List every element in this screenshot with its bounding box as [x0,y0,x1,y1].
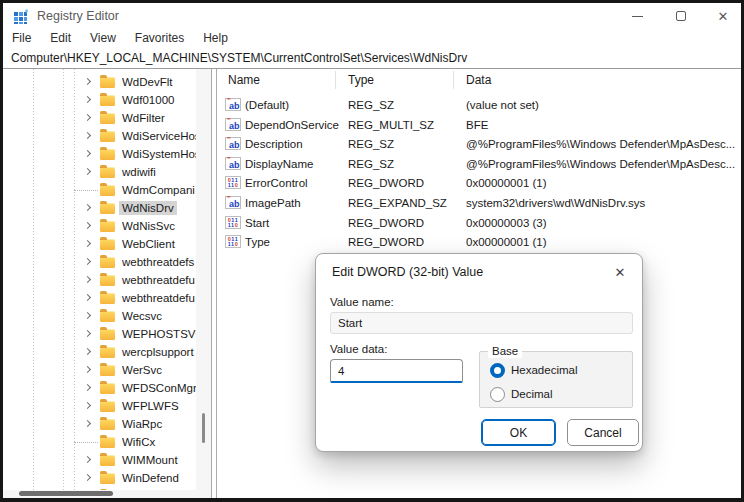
dword-value-icon: 011110 [225,216,241,229]
column-separator[interactable] [453,71,454,89]
tree-item-label: WdDevFlt [119,75,175,89]
folder-icon [100,365,115,376]
value-row-displayname[interactable]: ””abDisplayNameREG_SZ@%ProgramFiles%\Win… [218,155,741,174]
tree-item-webthreatdefu[interactable]: webthreatdefu [3,289,196,307]
tree-item-wecsvc[interactable]: Wecsvc [3,307,196,325]
value-data-cell: (value not set) [466,98,739,113]
tree-item-wdnisdrv[interactable]: WdNisDrv [3,199,196,217]
folder-icon [100,347,115,358]
value-data-field[interactable] [330,359,463,383]
expand-chevron-icon[interactable] [84,294,91,301]
column-header-type[interactable]: Type [348,69,374,91]
value-row-dependonservice[interactable]: ””abDependOnServiceREG_MULTI_SZBFE [218,116,741,135]
folder-icon [100,203,115,214]
expand-chevron-icon[interactable] [84,348,91,355]
tree-item-webclient[interactable]: WebClient [3,235,196,253]
value-name-cell: ErrorControl [245,176,345,191]
ok-button[interactable]: OK [481,419,556,446]
tree-item-wimmount[interactable]: WIMMount [3,451,196,469]
menu-item-view[interactable]: View [84,29,122,48]
tree-item-wdfilter[interactable]: WdFilter [3,109,196,127]
expand-chevron-icon[interactable] [84,240,91,247]
value-type-cell: REG_EXPAND_SZ [348,196,463,211]
expand-chevron-icon[interactable] [84,96,91,103]
menu-item-help[interactable]: Help [197,29,234,48]
expand-chevron-icon[interactable] [84,132,91,139]
tree-item-wdisystemhos[interactable]: WdiSystemHos [3,145,196,163]
expand-chevron-icon[interactable] [84,78,91,85]
tree-item-wercplsupport[interactable]: wercplsupport [3,343,196,361]
radio-button-icon[interactable] [490,387,505,402]
expand-chevron-icon[interactable] [84,276,91,283]
tree-item-wdiwifi[interactable]: wdiwifi [3,163,196,181]
value-type-cell: REG_DWORD [348,176,463,191]
expand-chevron-icon[interactable] [84,168,91,175]
column-header-name[interactable]: Name [228,69,260,91]
tree-item-wificx[interactable]: WifiCx [3,433,196,451]
menu-item-file[interactable]: File [6,29,37,48]
cancel-button[interactable]: Cancel [567,419,639,446]
expand-chevron-icon[interactable] [84,204,91,211]
expand-chevron-icon[interactable] [84,402,91,409]
expand-chevron-icon[interactable] [84,420,91,427]
menu-item-favorites[interactable]: Favorites [129,29,190,48]
expand-chevron-icon[interactable] [84,222,91,229]
maximize-button[interactable] [665,3,697,29]
expand-chevron-icon[interactable] [84,258,91,265]
tree-item-wersvc[interactable]: WerSvc [3,361,196,379]
column-header-data[interactable]: Data [466,69,491,91]
tree-item-wfdsconmgr[interactable]: WFDSConMgr [3,379,196,397]
value-row-errorcontrol[interactable]: 011110ErrorControlREG_DWORD0x00000001 (1… [218,174,741,193]
expand-chevron-icon[interactable] [84,312,91,319]
tree-item-wdmcompani[interactable]: WdmCompani [3,181,196,199]
maximize-icon [676,11,686,21]
expand-chevron-icon[interactable] [84,114,91,121]
tree-item-wdnissvc[interactable]: WdNisSvc [3,217,196,235]
tree-item-wdiservicehos[interactable]: WdiServiceHos [3,127,196,145]
tree-item-webthreatdefs[interactable]: webthreatdefs [3,253,196,271]
tree-item-wddevflt[interactable]: WdDevFlt [3,73,196,91]
value-row-imagepath[interactable]: ””abImagePathREG_EXPAND_SZsystem32\drive… [218,194,741,213]
tree-item-wdf01000[interactable]: Wdf01000 [3,91,196,109]
close-button[interactable]: ✕ [707,3,739,29]
value-row-description[interactable]: ””abDescriptionREG_SZ@%ProgramFiles%\Win… [218,135,741,154]
tree-vertical-scrollbar[interactable] [196,69,211,498]
expand-chevron-icon[interactable] [84,330,91,337]
expand-chevron-icon[interactable] [84,366,91,373]
string-value-icon: ””ab [225,98,241,111]
tree-horizontal-scrollbar[interactable] [3,490,211,498]
tree-item-wfplwfs[interactable]: WFPLWFS [3,397,196,415]
radio-option-hexadecimal[interactable]: Hexadecimal [490,362,577,378]
tree-item-wiarpc[interactable]: WiaRpc [3,415,196,433]
panel-splitter[interactable] [211,69,217,498]
value-data-cell: 0x00000003 (3) [466,216,739,231]
value-row-type[interactable]: 011110TypeREG_DWORD0x00000001 (1) [218,233,741,252]
expand-chevron-icon[interactable] [84,474,91,481]
title-bar: Registry Editor ✕ [3,3,741,29]
menu-item-edit[interactable]: Edit [44,29,77,48]
expand-chevron-icon[interactable] [84,456,91,463]
value-row-start[interactable]: 011110StartREG_DWORD0x00000003 (3) [218,214,741,233]
value-name-field[interactable] [330,312,633,334]
scrollbar-thumb[interactable] [202,413,205,443]
column-separator[interactable] [335,71,336,89]
tree-item-windefend[interactable]: WinDefend [3,469,196,487]
tree-item-webthreatdefu[interactable]: webthreatdefu [3,271,196,289]
radio-label: Decimal [511,388,553,400]
address-input[interactable] [3,48,741,68]
expand-chevron-icon[interactable] [84,384,91,391]
tree-connector-line [74,442,98,443]
dialog-close-button[interactable]: ✕ [608,261,632,283]
tree-item-wephostsvc[interactable]: WEPHOSTSVC [3,325,196,343]
radio-option-decimal[interactable]: Decimal [490,386,553,402]
scrollbar-thumb[interactable] [19,491,113,496]
minimize-button[interactable] [621,3,653,29]
radio-button-icon[interactable] [490,363,505,378]
expand-chevron-icon[interactable] [84,150,91,157]
folder-icon [100,455,115,466]
tree-item-label: WEPHOSTSVC [119,327,196,341]
tree-item-label: Wecsvc [119,309,165,323]
folder-icon [100,437,115,448]
value-row-default[interactable]: ””ab(Default)REG_SZ(value not set) [218,96,741,115]
tree-item-label: WdNisDrv [119,201,177,215]
